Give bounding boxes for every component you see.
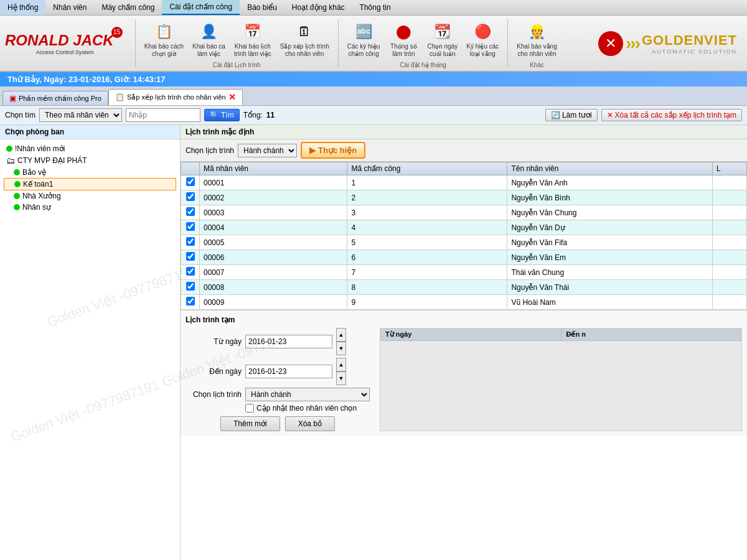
kyhieu-icon: 🔤 [352, 21, 375, 43]
col-checkbox [181, 162, 200, 175]
tree-dot-ketoan [14, 181, 21, 187]
them-moi-button[interactable]: Thêm mới [220, 416, 280, 431]
toolbar-btn-thongso-lamtron[interactable]: ⬤ Thống sốlàm tròn [385, 18, 422, 60]
tree-label-ketoan: Kế toán1 [23, 180, 53, 189]
toolbar-btn-khaibao-lichtrinhlamviec[interactable]: 📅 Khai báo lịchtrình làm việc [230, 18, 275, 60]
delete-all-button[interactable]: ✕ Xóa tất cả các sắp xếp lịch trình tạm [601, 109, 742, 121]
row-macc-3: 4 [347, 220, 507, 235]
xoa-bo-button[interactable]: Xóa bỏ [285, 416, 335, 431]
row-macc-1: 2 [347, 190, 507, 205]
separator2 [338, 19, 339, 67]
toolbar-btn-khaibao-cachchongio[interactable]: 📋 Khai báo cáchchọn giờ [141, 18, 187, 60]
search-btn-label: Tìm [221, 111, 234, 119]
tungay-row: Từ ngày ▲ ▼ [186, 328, 370, 355]
menu-item-nhanvien[interactable]: Nhân viên [45, 0, 94, 15]
tree-item-nhansu[interactable]: Nhân sự [4, 202, 176, 213]
menu-item-maychamcong[interactable]: Máy chấm công [94, 0, 162, 15]
row-manv-1: 00002 [200, 190, 347, 205]
tree-item-ketoan[interactable]: Kế toán1 [4, 178, 176, 190]
toolbar-btn-sapxep-lichTrinh[interactable]: 🗓 Sắp xếp lịch trìnhcho nhân viên [276, 18, 333, 60]
tree-item-cty[interactable]: 🗂 CTY MVP ĐẠI PHÁT [4, 154, 176, 167]
refresh-icon: 🔄 [551, 111, 560, 119]
table-row: 00004 4 Nguyễn Văn Dự [181, 220, 747, 235]
row-manv-8: 00009 [200, 295, 347, 310]
tungay-input[interactable] [245, 335, 332, 348]
lichTrinh-row: Chọn lịch trình Hành chánh [186, 388, 370, 401]
menu-item-thongtin[interactable]: Thông tin [352, 0, 398, 15]
denngay-input[interactable] [245, 365, 332, 378]
tree-item-nhaxuong[interactable]: Nhà Xưởng [4, 190, 176, 202]
tungay-down-btn[interactable]: ▼ [336, 342, 346, 355]
tree-item-moi[interactable]: !Nhân viên mới [4, 143, 176, 154]
row-checkbox-8[interactable] [181, 295, 200, 310]
capnhat-checkbox[interactable] [245, 404, 254, 413]
temp-lichTrinh-select[interactable]: Hành chánh [245, 388, 370, 401]
capnhat-checkbox-row: Cập nhật theo nhân viên chọn [186, 404, 370, 413]
menu-item-caidatchamcong[interactable]: Cài đặt chấm công [162, 0, 240, 15]
right-panel: Lịch trình mặc định Chọn lịch trình Hành… [181, 125, 747, 560]
menu-item-hoatdongkhac[interactable]: Hoạt động khác [284, 0, 352, 15]
row-checkbox-1[interactable] [181, 190, 200, 205]
row-checkbox-4[interactable] [181, 235, 200, 250]
row-l-1 [713, 190, 747, 205]
toolbar-btn-kyhieu-loaivang[interactable]: 🔴 Ký hiệu cácloại vắng [463, 18, 502, 60]
gv-name: GOLDENVIET [642, 32, 737, 49]
toolbar-btn-khaibao-calamviec[interactable]: 👤 Khai báo calàm việc [189, 18, 229, 60]
table-row: 00008 8 Nguyễn Văn Thái [181, 280, 747, 295]
search-input[interactable] [126, 108, 200, 122]
toolbar-btn-kyhieu-chamcong[interactable]: 🔤 Các ký hiệuchấm công [344, 18, 384, 60]
table-wrapper: Mã nhân viên Mã chấm công Tên nhân viên … [181, 162, 747, 310]
row-checkbox-5[interactable] [181, 250, 200, 265]
left-panel-header: Chọn phòng ban [0, 125, 180, 139]
search-button[interactable]: 🔍 Tìm [204, 109, 240, 121]
row-manv-5: 00006 [200, 250, 347, 265]
row-l-5 [713, 250, 747, 265]
main-content: Golden Việt -0977987191 Golden Việt -097… [0, 125, 747, 560]
thuc-hien-label: Thực hiện [318, 146, 357, 155]
row-checkbox-0[interactable] [181, 175, 200, 190]
menu-item-baobieu[interactable]: Báo biểu [240, 0, 284, 15]
khaibao-icon: 📋 [153, 21, 175, 43]
toolbar-btn-chonngay-cuoituan[interactable]: 📆 Chọn ngàycuối tuần [423, 18, 461, 60]
mini-col-tungay: Từ ngày [380, 329, 561, 340]
total-value: 11 [266, 111, 275, 119]
tab-sapxep-icon: 📋 [115, 93, 125, 101]
row-checkbox-7[interactable] [181, 280, 200, 295]
row-checkbox-2[interactable] [181, 205, 200, 220]
left-panel: Chọn phòng ban !Nhân viên mới 🗂 CTY MVP … [0, 125, 181, 560]
tab-close-icon[interactable]: ✕ [228, 92, 236, 102]
row-l-6 [713, 265, 747, 280]
row-checkbox-6[interactable] [181, 265, 200, 280]
tab-sapxep[interactable]: 📋 Sắp xếp lịch trình cho nhân viên ✕ [108, 89, 243, 105]
loaivang-icon: 🔴 [471, 21, 494, 43]
sapxep-icon: 🗓 [293, 21, 316, 43]
tree-item-baove[interactable]: Bảo vệ [4, 167, 176, 178]
delete-label: Xóa tất cả các sắp xếp lịch trình tạm [615, 111, 736, 119]
toolbar-btn-khaibao-vang[interactable]: 👷 Khai báo vắngcho nhân viên [513, 18, 560, 60]
chontim-select[interactable]: Theo mã nhân viên [39, 108, 122, 122]
gv-sub: AUTOMATIC SOLUTION [642, 49, 737, 55]
tab-main-label: Phần mềm chấm công Pro [19, 95, 101, 103]
row-l-8 [713, 295, 747, 310]
tab-main[interactable]: ▣ Phần mềm chấm công Pro [2, 91, 108, 105]
schedule-controls: Chọn lịch trình Hành chánh ▶ Thực hiện [181, 139, 747, 162]
logo-badge: 15 [111, 27, 123, 38]
row-manv-3: 00004 [200, 220, 347, 235]
denngay-down-btn[interactable]: ▼ [336, 371, 346, 385]
thuc-hien-button[interactable]: ▶ Thực hiện [301, 142, 365, 159]
toolbar-group-khac: 👷 Khai báo vắngcho nhân viên Khác [513, 18, 560, 68]
denngay-up-btn[interactable]: ▲ [336, 358, 346, 371]
menubar: Hệ thống Nhân viên Máy chấm công Cài đặt… [0, 0, 747, 16]
chontim-label: Chọn tìm [5, 111, 35, 119]
tree-dot-nhansu [14, 204, 20, 210]
row-tennv-4: Nguyễn Văn Fifa [507, 235, 713, 250]
tungay-up-btn[interactable]: ▲ [336, 328, 346, 342]
menu-item-hethong[interactable]: Hệ thống [0, 0, 45, 15]
table-row: 00003 3 Nguyễn Văn Chung [181, 205, 747, 220]
lichTrinh-select[interactable]: Hành chánh [238, 144, 297, 157]
tab-sapxep-label: Sắp xếp lịch trình cho nhân viên [127, 93, 226, 101]
refresh-button[interactable]: 🔄 Làm tươi [545, 109, 598, 121]
row-checkbox-3[interactable] [181, 220, 200, 235]
table-row: 00006 6 Nguyễn Văn Em [181, 250, 747, 265]
table-row: 00001 1 Nguyễn Văn Anh [181, 175, 747, 190]
